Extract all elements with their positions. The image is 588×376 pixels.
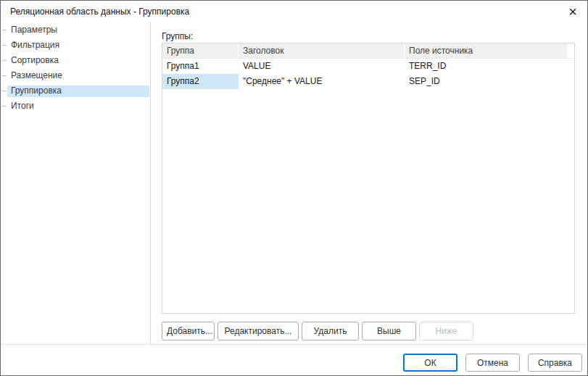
cell-header[interactable]: "Среднее" + VALUE [239, 74, 405, 89]
cancel-button[interactable]: Отмена [465, 354, 520, 372]
ok-button[interactable]: ОК [403, 354, 457, 372]
column-header-2[interactable]: Поле источника [405, 43, 568, 58]
help-button[interactable]: Справка [528, 354, 582, 372]
footer-button-row: ОКОтменаСправка [403, 354, 582, 372]
close-icon: × [568, 4, 577, 20]
sidebar-item-layout[interactable]: Размещение [1, 68, 150, 83]
table-row[interactable]: Группа2"Среднее" + VALUESEP_ID [162, 74, 574, 89]
sidebar-item-sorting[interactable]: Сортировка [1, 53, 150, 68]
sidebar: ПараметрыФильтрацияСортировкаРазмещениеГ… [1, 22, 151, 344]
sidebar-item-grouping[interactable]: Группировка [1, 83, 150, 99]
close-button[interactable]: × [563, 2, 582, 21]
tree-dash-icon [2, 75, 7, 76]
move-up-button[interactable]: Выше [362, 322, 416, 341]
sidebar-item-label: Итоги [11, 101, 34, 111]
table-header: ГруппаЗаголовокПоле источника [162, 43, 574, 59]
groups-label: Группы: [162, 31, 193, 41]
action-button-row: Добавить...Редактировать...УдалитьВышеНи… [162, 322, 473, 341]
dialog-window: Реляционная область данных - Группировка… [0, 0, 588, 376]
tree-dash-icon [2, 91, 7, 91]
tree-dash-icon [2, 106, 7, 106]
sidebar-item-totals[interactable]: Итоги [1, 99, 150, 114]
sidebar-item-label: Размещение [11, 70, 62, 80]
column-header-0[interactable]: Группа [162, 43, 239, 58]
sidebar-item-label: Фильтрация [11, 40, 59, 50]
cell-group[interactable]: Группа2 [162, 74, 239, 89]
move-down-button: Ниже [419, 322, 473, 341]
table-row[interactable]: Группа1VALUETERR_ID [162, 59, 574, 74]
groups-table: ГруппаЗаголовокПоле источника Группа1VAL… [162, 43, 575, 314]
column-header-filler [568, 43, 574, 58]
add-button[interactable]: Добавить... [162, 322, 215, 341]
cell-source_field[interactable]: TERR_ID [405, 59, 568, 74]
tree-dash-icon [2, 60, 7, 61]
footer-separator [1, 344, 587, 345]
sidebar-item-filtering[interactable]: Фильтрация [1, 38, 150, 53]
tree-dash-icon [2, 45, 7, 46]
cell-group[interactable]: Группа1 [162, 59, 239, 74]
title-bar: Реляционная область данных - Группировка… [1, 1, 587, 22]
dialog-title: Реляционная область данных - Группировка [10, 7, 189, 17]
sidebar-item-parameters[interactable]: Параметры [1, 22, 150, 38]
table-body: Группа1VALUETERR_IDГруппа2"Среднее" + VA… [162, 59, 574, 89]
column-header-1[interactable]: Заголовок [239, 43, 405, 58]
sidebar-item-label: Сортировка [11, 55, 59, 65]
tree-dash-icon [2, 30, 7, 30]
sidebar-item-label: Параметры [11, 25, 57, 35]
sidebar-item-label: Группировка [11, 85, 62, 96]
delete-button[interactable]: Удалить [302, 322, 359, 341]
cell-source_field[interactable]: SEP_ID [405, 74, 568, 89]
cell-header[interactable]: VALUE [239, 59, 405, 74]
edit-button[interactable]: Редактировать... [218, 322, 299, 341]
